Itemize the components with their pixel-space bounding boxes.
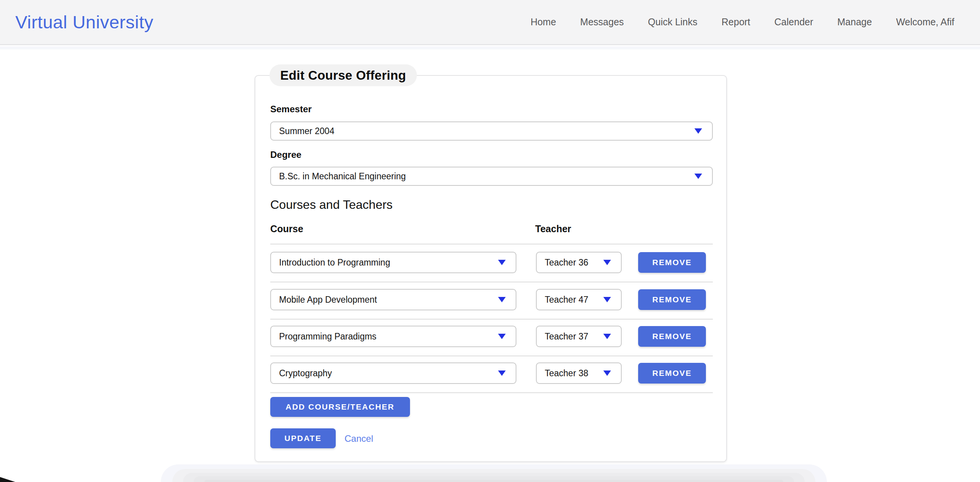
page: Virtual University Home Messages Quick L… [0,0,980,482]
course-select-value: Programming Paradigms [271,331,376,342]
page-title-text: Edit Course Offering [280,68,406,83]
nav-link-messages[interactable]: Messages [580,16,624,28]
remove-button[interactable]: REMOVE [638,363,706,384]
course-select-value: Mobile App Development [271,295,377,305]
semester-select[interactable]: Summer 2004 [270,121,713,141]
top-navbar: Virtual University Home Messages Quick L… [0,0,980,45]
update-button[interactable]: UPDATE [270,428,336,448]
chevron-down-icon [498,334,506,339]
row-divider [270,244,713,244]
nav-link-manage[interactable]: Manage [837,16,872,28]
degree-label: Degree [270,149,301,160]
corner-artifact [0,477,15,482]
chevron-down-icon [498,260,506,265]
teacher-select-value: Teacher 38 [537,368,588,379]
degree-select-value: B.Sc. in Mechanical Engineering [271,171,406,182]
courses-teachers-heading: Courses and Teachers [270,198,393,212]
add-course-teacher-button[interactable]: ADD COURSE/TEACHER [270,397,410,417]
degree-select[interactable]: B.Sc. in Mechanical Engineering [270,167,713,186]
remove-button[interactable]: REMOVE [638,289,706,310]
chevron-down-icon [603,260,611,265]
remove-button[interactable]: REMOVE [638,252,706,273]
nav-link-quick-links[interactable]: Quick Links [648,16,697,28]
teacher-select[interactable]: Teacher 37 [536,326,622,347]
teacher-select-value: Teacher 47 [537,295,588,305]
course-select-value: Cryptography [271,368,332,379]
bottom-stack-layer [204,480,783,482]
edit-course-offering-card: Semester Summer 2004 Degree B.Sc. in Mec… [255,75,727,462]
row-divider [270,356,713,356]
nav-links: Home Messages Quick Links Report Calende… [531,16,954,28]
nav-link-report[interactable]: Report [722,16,750,28]
cancel-link[interactable]: Cancel [345,433,373,444]
row-divider [270,392,713,393]
chevron-down-icon [603,297,611,302]
brand-logo[interactable]: Virtual University [15,11,154,33]
semester-label: Semester [270,104,312,115]
navbar-shadow-band [0,46,980,49]
course-select-value: Introduction to Programming [271,257,390,268]
page-title: Edit Course Offering [270,64,417,86]
course-column-label: Course [270,223,303,234]
chevron-down-icon [498,371,506,376]
chevron-down-icon [603,334,611,339]
teacher-select[interactable]: Teacher 38 [536,362,622,384]
chevron-down-icon [694,128,702,134]
chevron-down-icon [498,297,506,302]
teacher-select-value: Teacher 37 [537,331,588,342]
nav-link-home[interactable]: Home [531,16,556,28]
semester-select-value: Summer 2004 [271,126,334,136]
course-select[interactable]: Programming Paradigms [270,326,516,347]
row-divider [270,282,713,282]
chevron-down-icon [694,174,702,179]
course-select[interactable]: Cryptography [270,362,516,384]
remove-button[interactable]: REMOVE [638,326,706,347]
teacher-select[interactable]: Teacher 36 [536,252,622,273]
teacher-column-label: Teacher [535,223,571,234]
teacher-select-value: Teacher 36 [537,257,588,268]
course-select[interactable]: Mobile App Development [270,289,516,310]
chevron-down-icon [603,371,611,376]
course-select[interactable]: Introduction to Programming [270,252,516,273]
nav-link-calender[interactable]: Calender [774,16,813,28]
row-divider [270,319,713,320]
teacher-select[interactable]: Teacher 47 [536,289,622,310]
nav-link-welcome-afif[interactable]: Welcome, Afif [896,16,954,28]
